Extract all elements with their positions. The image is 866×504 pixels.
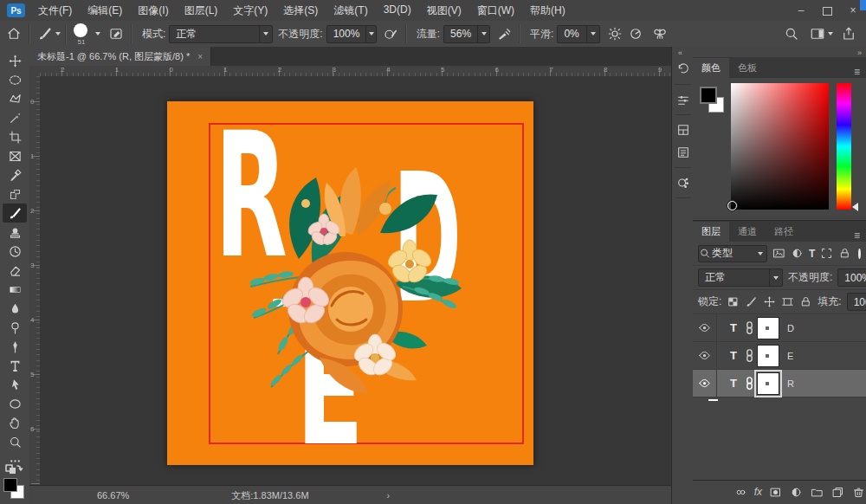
layers-panel-menu-icon[interactable]: ≡ [848, 229, 866, 242]
filter-smart-objects-icon[interactable] [838, 246, 851, 262]
filter-shape-layers-icon[interactable] [820, 246, 833, 262]
layer-mask-thumbnail[interactable] [757, 345, 779, 367]
color-fg-bg-swatches[interactable] [700, 87, 726, 113]
delete-layer-icon[interactable] [850, 484, 866, 500]
spot-healing-tool[interactable] [3, 184, 27, 204]
layer-mask-thumbnail[interactable] [757, 372, 779, 395]
marquee-tool[interactable] [3, 70, 27, 89]
type-layer-thumbnail[interactable]: T [724, 346, 743, 365]
adjustments-panel-icon[interactable] [672, 88, 694, 111]
menu-item-8[interactable]: 视图(V) [419, 3, 469, 18]
filter-pixel-layers-icon[interactable] [772, 246, 785, 262]
hue-slider-icon[interactable] [852, 203, 858, 211]
blend-mode-select[interactable]: 正常 [698, 268, 783, 287]
magic-wand-tool[interactable] [3, 108, 27, 127]
properties-panel-icon[interactable] [672, 141, 694, 164]
hue-bar[interactable] [837, 83, 851, 210]
layer-visibility-eye-icon[interactable] [693, 370, 717, 397]
preset-chevron-icon[interactable] [55, 32, 61, 36]
move-tool[interactable] [3, 51, 27, 70]
zoom-tool[interactable] [3, 432, 27, 451]
mask-link-icon[interactable] [745, 349, 755, 363]
clone-stamp-tool[interactable] [3, 223, 27, 242]
layer-name[interactable]: R [787, 378, 794, 389]
lock-transparent-icon[interactable] [727, 294, 740, 310]
gradient-tool[interactable] [3, 280, 27, 299]
brush-tool[interactable] [3, 204, 27, 223]
lasso-tool[interactable] [3, 89, 27, 108]
dock-collapse-right-icon[interactable]: » [857, 48, 861, 57]
brush-angle-icon[interactable] [625, 23, 646, 44]
document-tab[interactable]: 未标题-1 @ 66.7% (R, 图层蒙版/8) * × [29, 47, 211, 66]
dock-collapse-left-icon[interactable]: « [678, 48, 682, 57]
gear-icon[interactable] [604, 23, 625, 44]
layer-row-r[interactable]: TR [693, 370, 866, 397]
workspace-icon[interactable] [807, 23, 828, 44]
menu-item-10[interactable]: 帮助(H) [522, 3, 573, 18]
frame-tool[interactable] [3, 146, 27, 165]
history-brush-tool[interactable] [3, 242, 27, 261]
tab-paths[interactable]: 路径 [766, 222, 802, 242]
mask-link-icon[interactable] [745, 321, 755, 335]
type-layer-thumbnail[interactable]: T [724, 319, 743, 338]
pressure-opacity-icon[interactable] [380, 23, 401, 44]
libraries-panel-icon[interactable] [672, 119, 694, 141]
menu-item-4[interactable]: 文字(Y) [225, 3, 275, 18]
fill-select[interactable]: 100% [847, 293, 866, 311]
brush-tip-preview[interactable]: 51 [71, 23, 92, 45]
swap-colors-icon[interactable] [4, 464, 25, 475]
new-layer-icon[interactable] [830, 484, 845, 500]
type-tool[interactable] [3, 356, 27, 375]
foreground-color-swatch[interactable] [3, 478, 17, 492]
color-foreground-swatch[interactable] [700, 87, 717, 104]
brush-tool-preset-icon[interactable] [35, 23, 55, 44]
symmetry-butterfly-icon[interactable] [650, 23, 670, 44]
color-picker-circle[interactable] [727, 201, 737, 210]
menu-item-6[interactable]: 滤镜(T) [326, 3, 375, 18]
layer-row-e[interactable]: TE [693, 342, 866, 370]
layer-name[interactable]: D [787, 323, 794, 333]
link-layers-icon[interactable] [734, 484, 749, 500]
color-panel-menu-icon[interactable]: ≡ [848, 66, 866, 78]
filter-adjustment-layers-icon[interactable] [791, 246, 804, 262]
eyedropper-tool[interactable] [3, 165, 27, 184]
layer-visibility-eye-icon[interactable] [693, 314, 717, 341]
airbrush-icon[interactable] [494, 23, 514, 44]
dodge-tool[interactable] [3, 318, 27, 337]
lock-position-icon[interactable] [763, 294, 776, 310]
foreground-background-swatches[interactable] [3, 478, 26, 501]
new-group-icon[interactable] [809, 484, 824, 500]
path-select-tool[interactable] [3, 375, 27, 394]
lock-artboard-icon[interactable] [781, 294, 794, 310]
layer-row-d[interactable]: TD [693, 314, 866, 342]
search-icon[interactable] [781, 23, 802, 44]
canvas-artwork[interactable]: R D E [167, 101, 533, 465]
layer-filter-select[interactable]: 类型 [698, 245, 767, 262]
menu-item-5[interactable]: 选择(S) [275, 3, 326, 18]
home-icon[interactable] [3, 23, 24, 44]
mask-link-icon[interactable] [745, 377, 755, 391]
brush-settings-panel-icon[interactable] [106, 23, 126, 44]
pen-tool[interactable] [3, 337, 27, 356]
tab-channels[interactable]: 通道 [729, 222, 766, 242]
opacity-select[interactable]: 100% [326, 25, 377, 43]
maximize-button[interactable] [814, 0, 840, 21]
minimize-button[interactable]: – [788, 0, 814, 21]
menu-item-9[interactable]: 窗口(W) [469, 3, 522, 18]
layer-opacity-select[interactable]: 100% [837, 268, 866, 287]
adjustment-layer-icon[interactable] [788, 484, 804, 500]
tab-layers[interactable]: 图层 [693, 222, 729, 242]
menu-item-0[interactable]: 文件(F) [30, 3, 80, 18]
eraser-tool[interactable] [3, 261, 27, 280]
lock-all-icon[interactable] [799, 294, 812, 310]
filter-toggle-icon[interactable] [858, 249, 861, 259]
share-icon[interactable] [838, 23, 859, 44]
history-panel-icon[interactable] [672, 58, 694, 81]
layer-visibility-eye-icon[interactable] [693, 342, 717, 369]
graphics-panel-icon[interactable] [672, 171, 694, 194]
type-layer-thumbnail[interactable]: T [724, 374, 743, 393]
flow-select[interactable]: 56% [443, 25, 490, 43]
filter-type-layers-icon[interactable]: T [809, 246, 815, 262]
status-expand-icon[interactable]: › [387, 490, 391, 501]
mode-select[interactable]: 正常 [169, 25, 273, 43]
